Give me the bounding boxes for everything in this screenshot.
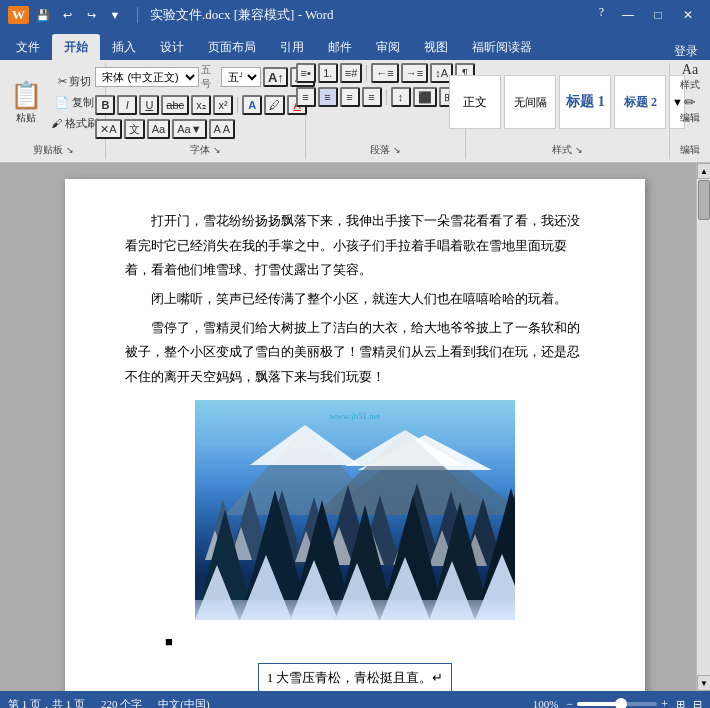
- style-heading1[interactable]: 标题 1: [559, 75, 611, 129]
- phonetic-button[interactable]: 文: [124, 119, 145, 139]
- zoom-thumb[interactable]: [615, 698, 627, 708]
- tab-design[interactable]: 设计: [148, 34, 196, 60]
- font-size-label-cn: 五号: [201, 63, 220, 91]
- zoom-level: 100%: [533, 698, 559, 708]
- tab-view[interactable]: 视图: [412, 34, 460, 60]
- vertical-scrollbar[interactable]: ▲ ▼: [696, 163, 710, 691]
- styles-panel: 正文 无间隔 标题 1 标题 2 ▼: [447, 73, 687, 131]
- numbering-button[interactable]: 1.: [318, 63, 338, 83]
- tab-file[interactable]: 文件: [4, 34, 52, 60]
- scroll-up-button[interactable]: ▲: [697, 163, 710, 179]
- subscript-button[interactable]: x₂: [191, 95, 211, 115]
- editing-button[interactable]: ✏ 编辑: [674, 95, 706, 123]
- bullets-button[interactable]: ≡•: [296, 63, 316, 83]
- save-icon[interactable]: 💾: [33, 5, 53, 25]
- maximize-button[interactable]: □: [644, 5, 672, 25]
- font-size-select[interactable]: 五号 四号 三号: [221, 67, 261, 87]
- tab-layout[interactable]: 页面布局: [196, 34, 268, 60]
- zoom-slider[interactable]: [577, 702, 657, 706]
- taskbar-icon-2[interactable]: ⊟: [693, 698, 702, 709]
- style-no-spacing[interactable]: 无间隔: [504, 75, 556, 129]
- line-spacing-button[interactable]: ↕: [391, 87, 411, 107]
- status-bar: 第 1 页，共 1 页 220 个字 中文(中国) 100% − + ⊞ ⊟: [0, 691, 710, 708]
- paste-area: 📋 粘贴: [6, 73, 46, 131]
- clear-format-button[interactable]: ✕A: [95, 119, 121, 139]
- zoom-decrease-button[interactable]: −: [566, 697, 573, 709]
- redo-icon[interactable]: ↪: [81, 5, 101, 25]
- italic-button[interactable]: I: [117, 95, 137, 115]
- copy-button[interactable]: 📄 复制: [48, 92, 101, 112]
- styles-btn-label: 样式: [680, 78, 700, 92]
- font-group-label: 字体 ↘: [190, 141, 221, 159]
- enclose-button[interactable]: Aa: [147, 119, 170, 139]
- document-area[interactable]: ▲ ▼ 打开门，雪花纷纷扬扬飘落下来，我伸出手接下一朵雪花看看了看，我还没看完时…: [0, 163, 710, 691]
- editing-group-label: 编辑: [680, 141, 700, 159]
- taskbar-icon-1[interactable]: ⊞: [676, 698, 685, 709]
- paragraph-3[interactable]: 雪停了，雪精灵们给大树披上了洁白的大衣，给大地爷爷披上了一条软和的被子，整个小区…: [125, 316, 585, 390]
- para-row-2: ≡ ≡ ≡ ≡ ↕ ⬛ ⊞▼: [296, 87, 469, 107]
- align-center-button[interactable]: ≡: [318, 87, 338, 107]
- increase-font-button[interactable]: A↑: [263, 67, 288, 87]
- separator: [237, 97, 238, 113]
- title-left: W 💾 ↩ ↪ ▼ 实验文件.docx [兼容模式] - Word: [8, 5, 334, 25]
- scroll-down-button[interactable]: ▼: [697, 675, 710, 691]
- styles-button[interactable]: Aa 样式: [674, 63, 706, 91]
- watermark: www.jb51.net: [330, 408, 380, 424]
- style-heading2[interactable]: 标题 2: [614, 75, 666, 129]
- ribbon-tab-bar: 文件 开始 插入 设计 页面布局 引用 邮件 审阅 视图 福昕阅读器 登录: [0, 30, 710, 60]
- align-left-button[interactable]: ≡: [296, 87, 316, 107]
- font-size-ctrl[interactable]: A A: [209, 119, 236, 139]
- styles-group: 正文 无间隔 标题 1 标题 2 ▼ 样式 ↘: [466, 63, 670, 159]
- clipboard-label: 剪贴板 ↘: [33, 141, 74, 159]
- clipboard-small-btns: ✂ 剪切 📄 复制 🖌 格式刷: [48, 71, 101, 133]
- clipboard-content: 📋 粘贴 ✂ 剪切 📄 复制 🖌 格式刷: [6, 63, 101, 141]
- word-count: 220 个字: [101, 697, 142, 709]
- format-painter-button[interactable]: 🖌 格式刷: [48, 113, 101, 133]
- trees-layer: [195, 470, 515, 620]
- cut-button[interactable]: ✂ 剪切: [48, 71, 101, 91]
- align-right-button[interactable]: ≡: [340, 87, 360, 107]
- superscript-button[interactable]: x²: [213, 95, 233, 115]
- zoom-slider-area[interactable]: − +: [566, 697, 668, 709]
- word-icon: W: [8, 6, 29, 24]
- style-normal[interactable]: 正文: [449, 75, 501, 129]
- increase-indent-button[interactable]: →≡: [401, 63, 428, 83]
- highlight-button[interactable]: 🖊: [264, 95, 285, 115]
- undo-icon[interactable]: ↩: [57, 5, 77, 25]
- tab-insert[interactable]: 插入: [100, 34, 148, 60]
- separator: [137, 7, 138, 23]
- paragraph-2[interactable]: 闭上嘴听，笑声已经传满了整个小区，就连大人们也在嘻嘻哈哈的玩着。: [125, 287, 585, 312]
- font-family-select[interactable]: 宋体 (中文正文): [95, 67, 198, 87]
- tab-references[interactable]: 引用: [268, 34, 316, 60]
- tab-home[interactable]: 开始: [52, 34, 100, 60]
- zoom-increase-button[interactable]: +: [661, 697, 668, 709]
- paste-icon: 📋: [10, 80, 42, 111]
- justify-button[interactable]: ≡: [362, 87, 382, 107]
- login-button[interactable]: 登录: [662, 43, 710, 60]
- font-row-1: 宋体 (中文正文) 五号 五号 四号 三号 A↑ A↓: [95, 63, 315, 91]
- page-info: 第 1 页，共 1 页: [8, 697, 85, 709]
- decrease-indent-button[interactable]: ←≡: [371, 63, 398, 83]
- bold-button[interactable]: B: [95, 95, 115, 115]
- close-button[interactable]: ✕: [674, 5, 702, 25]
- help-icon[interactable]: ?: [599, 5, 604, 25]
- multilevel-button[interactable]: ≡#: [340, 63, 363, 83]
- tab-foxit[interactable]: 福昕阅读器: [460, 34, 544, 60]
- tab-review[interactable]: 审阅: [364, 34, 412, 60]
- caption-box[interactable]: 1 大雪压青松，青松挺且直。↵: [258, 663, 453, 691]
- scroll-thumb[interactable]: [698, 180, 710, 220]
- styles-content: 正文 无间隔 标题 1 标题 2 ▼: [447, 63, 687, 141]
- shading-button[interactable]: ⬛: [413, 87, 437, 107]
- paste-button[interactable]: 📋 粘贴: [6, 73, 46, 131]
- editing-btn-label: 编辑: [680, 111, 700, 125]
- snow-ground: [195, 600, 515, 620]
- minimize-button[interactable]: —: [614, 5, 642, 25]
- qa-dropdown-icon[interactable]: ▼: [105, 5, 125, 25]
- underline-button[interactable]: U: [139, 95, 159, 115]
- strikethrough-button[interactable]: abc: [161, 95, 189, 115]
- tab-mailing[interactable]: 邮件: [316, 34, 364, 60]
- paragraph-1[interactable]: 打开门，雪花纷纷扬扬飘落下来，我伸出手接下一朵雪花看看了看，我还没看完时它已经消…: [125, 209, 585, 283]
- paragraph-group: ≡• 1. ≡# ←≡ →≡ ↕A ¶ ≡ ≡ ≡ ≡ ↕ ⬛ ⊞▼ 段落 ↘: [306, 63, 466, 159]
- change-case-button[interactable]: Aa▼: [172, 119, 206, 139]
- text-effect-button[interactable]: A: [242, 95, 262, 115]
